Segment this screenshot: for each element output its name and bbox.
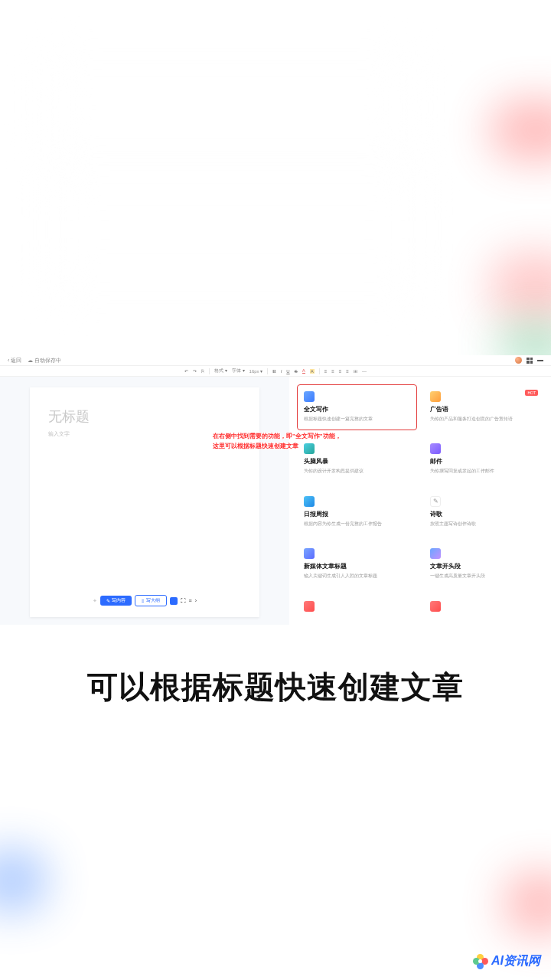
template-card-icon [304,601,315,612]
next-icon[interactable]: › [195,598,197,603]
template-card-8[interactable] [297,594,417,623]
badge: HOT [525,390,538,396]
template-card-3[interactable]: 邮件为你撰写回复或发起的工作邮件 [423,436,543,482]
highlight-button[interactable]: A [310,369,315,374]
bold-button[interactable]: B [272,369,276,374]
template-card-desc: 按照主题写诗创作诗歌 [430,521,536,527]
annotation-callout: 在右侧中找到需要的功能，即"全文写作"功能， 这里可以根据标题快速创建文章 [213,432,341,452]
autosave-status: ☁ 自动保存中 [28,357,61,364]
bg-blur-blue [0,850,46,911]
template-card-5[interactable]: 诗歌按照主题写诗创作诗歌 [423,489,543,535]
apps-grid-icon[interactable] [527,358,533,364]
table-button[interactable]: ⊞ [354,368,357,374]
format-dropdown[interactable]: 格式 ▾ [214,368,227,374]
more-button[interactable]: ⋯ [362,368,367,374]
toolbar-separator [267,368,268,374]
list-ol-button[interactable]: ≡ [346,369,349,374]
bg-blur-red [505,873,551,934]
topbar: ‹ 返回 ☁ 自动保存中 [0,355,551,366]
watermark: AI资讯网 [473,953,540,969]
bg-blur-card [46,168,429,291]
bg-blur-red [490,253,551,322]
document-area: 无标题 输入文字 ✦ ✎ 写内容 ≡ 写大纲 ⛶ ≡ › [0,377,289,625]
template-card-desc: 为你撰写回复或发起的工作邮件 [430,468,536,474]
back-label: 返回 [11,358,21,363]
align-center-button[interactable]: ≡ [331,369,334,374]
more-icon[interactable]: ≡ [189,598,192,603]
italic-button[interactable]: I [281,369,282,374]
template-card-title: 文章开头段 [430,562,536,570]
template-card-title: 新媒体文章标题 [304,562,410,570]
video-caption: 可以根据标题快速创建文章 [0,666,551,708]
watermark-logo-icon [473,954,488,969]
text-color-button[interactable]: A [302,368,305,374]
expand-icon[interactable]: ⛶ [181,598,186,603]
template-card-icon [430,496,441,507]
template-card-title: 头脑风暴 [304,457,410,466]
template-card-desc: 为你的产品和服务打造创意的广告宣传语 [430,416,536,422]
template-card-icon [430,548,441,559]
editor-toolbar: ↶ ↷ ⎘ 格式 ▾ 字体 ▾ 16px ▾ B I U S A A ≡ ≡ ≡… [0,366,551,377]
template-card-title: 诗歌 [430,510,536,518]
template-card-6[interactable]: 新媒体文章标题输入关键词生成引人入胜的文章标题 [297,541,417,587]
doc-title-input[interactable]: 无标题 [48,407,241,426]
minimize-icon[interactable] [537,360,543,361]
template-card-title: 广告语 [430,405,536,413]
template-card-title: 邮件 [430,457,536,466]
template-card-9[interactable] [423,594,543,623]
copy-button[interactable]: ⎘ [201,369,204,374]
bg-blur-card [38,61,421,153]
write-content-button[interactable]: ✎ 写内容 [100,596,132,606]
document-page[interactable]: 无标题 输入文字 ✦ ✎ 写内容 ≡ 写大纲 ⛶ ≡ › [30,387,259,617]
toolbar-separator [209,368,210,374]
template-card-0[interactable]: 全文写作根据标题快速创建一篇完整的文章 [297,384,417,430]
template-card-icon [304,548,315,559]
app-window: ‹ 返回 ☁ 自动保存中 ↶ ↷ ⎘ 格式 ▾ 字体 ▾ 16px ▾ B I … [0,355,551,625]
template-card-4[interactable]: 日报周报根据内容为你生成一份完整的工作报告 [297,489,417,535]
bg-blur-red [490,100,551,161]
underline-button[interactable]: U [286,369,289,374]
doc-footer-toolbar: ✦ ✎ 写内容 ≡ 写大纲 ⛶ ≡ › [93,595,197,606]
fontsize-dropdown[interactable]: 16px ▾ [249,368,263,374]
redo-button[interactable]: ↷ [193,368,197,374]
template-card-desc: 为你的设计开发构思提供建议 [304,468,410,474]
ai-templates-panel: 全文写作根据标题快速创建一篇完整的文章HOT广告语为你的产品和服务打造创意的广告… [289,377,551,625]
template-card-icon [430,601,441,612]
strike-button[interactable]: S [295,369,298,374]
undo-button[interactable]: ↶ [184,368,188,374]
template-card-title: 日报周报 [304,510,410,518]
ai-action-button[interactable] [170,597,178,605]
template-card-icon [430,391,441,402]
template-card-title: 全文写作 [304,405,410,413]
list-ul-button[interactable]: ≡ [339,369,342,374]
toolbar-separator [319,368,320,374]
write-outline-button[interactable]: ≡ 写大纲 [135,595,167,606]
avatar[interactable] [515,357,522,364]
watermark-text: AI资讯网 [491,953,540,969]
font-dropdown[interactable]: 字体 ▾ [232,368,245,374]
template-card-desc: 根据标题快速创建一篇完整的文章 [304,416,410,422]
align-left-button[interactable]: ≡ [324,369,328,374]
back-button[interactable]: ‹ 返回 [8,357,21,364]
template-card-1[interactable]: HOT广告语为你的产品和服务打造创意的广告宣传语 [423,384,543,430]
ai-icon: ✦ [93,598,97,604]
template-card-desc: 输入关键词生成引人入胜的文章标题 [304,573,410,579]
template-card-icon [304,496,315,507]
template-card-icon [304,391,315,402]
template-card-desc: 一键生成高质量文章开头段 [430,573,536,579]
template-card-desc: 根据内容为你生成一份完整的工作报告 [304,521,410,527]
template-card-7[interactable]: 文章开头段一键生成高质量文章开头段 [423,541,543,587]
template-card-icon [430,443,441,454]
workspace: 无标题 输入文字 ✦ ✎ 写内容 ≡ 写大纲 ⛶ ≡ › 全文写作根据标题快速创… [0,377,551,625]
